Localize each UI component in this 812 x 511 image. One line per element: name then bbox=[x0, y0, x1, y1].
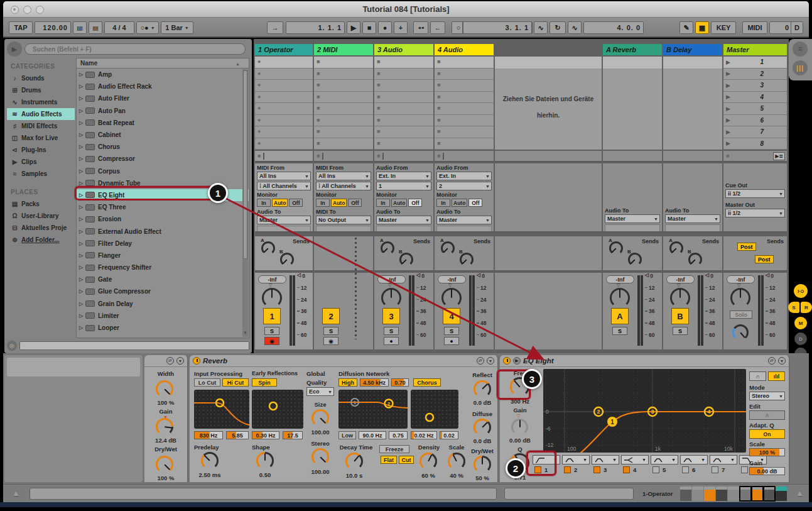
output-gain-value[interactable]: 0.00 dB bbox=[749, 467, 785, 475]
solo-button[interactable]: Solo bbox=[730, 310, 752, 319]
show-io-toggle[interactable]: I·O bbox=[794, 284, 808, 298]
output-type-menu[interactable]: Master▼ bbox=[257, 216, 311, 224]
clip-slot[interactable]: ■ bbox=[435, 80, 494, 92]
cut-toggle[interactable]: Cut bbox=[399, 456, 414, 464]
expand-icon[interactable]: ▷ bbox=[77, 180, 85, 186]
input-channel-menu[interactable]: ⁞ All Channels▼ bbox=[316, 182, 371, 190]
band-2-shape-menu[interactable]: ▼ bbox=[562, 455, 590, 464]
send-a-knob[interactable] bbox=[441, 241, 455, 255]
hot-swap-icon[interactable]: ⇄ bbox=[477, 357, 484, 365]
volume-knob[interactable] bbox=[441, 288, 462, 308]
show-mixer-toggle[interactable]: M bbox=[794, 317, 807, 329]
expand-icon[interactable]: ▷ bbox=[77, 253, 85, 258]
save-preset-icon[interactable]: ▼ bbox=[778, 357, 786, 365]
arrangement-view-toggle[interactable]: ≡ bbox=[793, 41, 808, 57]
quantization-menu[interactable]: 1 Bar▼ bbox=[161, 21, 193, 34]
input-channel-menu[interactable]: ⁞ All Channels▼ bbox=[257, 182, 311, 190]
tap-tempo-button[interactable]: TAP bbox=[9, 21, 33, 34]
monitor-in-button[interactable]: In bbox=[436, 199, 450, 207]
track-header[interactable]: Master bbox=[723, 44, 787, 55]
sidebar-item-midi-effects[interactable]: ♯MIDI Effects bbox=[7, 120, 75, 132]
early-reflections-display[interactable] bbox=[252, 390, 303, 429]
output-type-menu[interactable]: Master▼ bbox=[665, 214, 720, 223]
clip-slot[interactable]: ■ bbox=[314, 138, 373, 150]
eq-audition-button[interactable]: ∩ bbox=[749, 371, 766, 381]
expand-icon[interactable]: ▷ bbox=[77, 241, 85, 246]
expand-icon[interactable]: ▷ bbox=[77, 96, 85, 101]
scene-slot[interactable]: ▶4 bbox=[723, 92, 787, 104]
key-map-button[interactable]: KEY bbox=[711, 21, 736, 34]
automation-arm-button[interactable]: ∘• bbox=[413, 21, 428, 34]
scene-slot[interactable]: ▶5 bbox=[723, 103, 787, 115]
band-5-on-toggle[interactable] bbox=[652, 466, 659, 473]
follow-button[interactable]: → bbox=[267, 21, 283, 34]
scene-play-icon[interactable]: ▶ bbox=[726, 59, 730, 65]
sidebar-item-instruments[interactable]: ∿Instruments bbox=[7, 96, 75, 108]
save-preset-icon[interactable]: ▼ bbox=[176, 357, 184, 365]
punch-out-button[interactable]: ∿ bbox=[568, 21, 582, 34]
show-track-delay-toggle[interactable]: D bbox=[794, 332, 807, 345]
dn-filter-display[interactable]: 1 2 bbox=[338, 390, 408, 429]
expand-icon[interactable]: ▷ bbox=[77, 216, 85, 222]
clip-slot[interactable]: ■ bbox=[314, 57, 373, 69]
dry-wet-knob[interactable] bbox=[156, 456, 173, 473]
send-a-knob[interactable] bbox=[609, 241, 623, 255]
track-activator[interactable]: B bbox=[671, 308, 689, 324]
send-a-knob[interactable] bbox=[261, 241, 275, 255]
send-a-post-toggle[interactable]: Post bbox=[737, 243, 756, 251]
expand-icon[interactable]: ▷ bbox=[77, 156, 85, 162]
clip-slot[interactable]: ● bbox=[255, 92, 313, 104]
flat-toggle[interactable]: Flat bbox=[381, 456, 397, 464]
arm-button[interactable]: ◉ bbox=[323, 337, 338, 345]
volume-field[interactable]: -Inf bbox=[258, 275, 286, 283]
preview-icon[interactable]: ▶ bbox=[513, 357, 521, 365]
band-5-shape-menu[interactable]: ▼ bbox=[651, 455, 678, 464]
browser-item[interactable]: ▷Compressor bbox=[77, 153, 249, 165]
reenable-automation-button[interactable]: ← bbox=[430, 21, 445, 34]
chorus-amount-value[interactable]: 0.02 bbox=[440, 431, 458, 439]
spin-toggle[interactable]: Spin bbox=[252, 378, 277, 387]
reflect-level-knob[interactable] bbox=[474, 380, 491, 398]
dn-scale-knob[interactable] bbox=[448, 453, 465, 470]
arrangement-position-field[interactable]: 1. 1. 1 bbox=[286, 21, 345, 34]
clip-slot[interactable]: ● bbox=[255, 57, 313, 69]
hot-swap-icon[interactable]: ⇄ bbox=[768, 357, 776, 365]
device-chain-thumbnails[interactable] bbox=[680, 486, 787, 501]
solo-button[interactable]: S bbox=[612, 327, 627, 335]
send-b-knob[interactable] bbox=[399, 253, 413, 266]
volume-field[interactable]: -Inf bbox=[438, 275, 466, 283]
browser-item[interactable]: ▷Gate bbox=[77, 273, 249, 285]
monitor-auto-button[interactable]: Auto bbox=[331, 199, 347, 207]
expand-icon[interactable]: ▷ bbox=[77, 313, 85, 319]
scene-slot[interactable]: ▶7 bbox=[723, 126, 787, 138]
sidebar-item-max-for-live[interactable]: ◫Max for Live bbox=[7, 132, 75, 144]
clip-slot[interactable]: ■ bbox=[314, 92, 373, 104]
clip-slot[interactable]: ● bbox=[255, 80, 313, 92]
volume-field[interactable]: -Inf bbox=[606, 275, 634, 283]
ip-q-value[interactable]: 5.85 bbox=[226, 431, 249, 439]
chorus-rate-value[interactable]: 0.02 Hz bbox=[411, 431, 437, 439]
band-4-on-toggle[interactable] bbox=[623, 466, 630, 473]
browser-item[interactable]: ▷Audio Effect Rack bbox=[77, 80, 249, 92]
sidebar-item-aktuelles-proje[interactable]: ⊟Aktuelles Proje bbox=[7, 222, 75, 234]
browser-item[interactable]: ▷EQ Three bbox=[77, 201, 249, 213]
track-activator[interactable]: 4 bbox=[443, 308, 460, 324]
browser-item[interactable]: ▷Beat Repeat bbox=[77, 117, 249, 129]
band-7-shape-menu[interactable]: ▼ bbox=[710, 455, 737, 464]
spin-rate-value[interactable]: 0.30 Hz bbox=[252, 431, 279, 439]
send-a-knob[interactable] bbox=[381, 241, 394, 255]
band-3-on-toggle[interactable] bbox=[593, 466, 600, 473]
eq-curve-display[interactable]: 2 1 3 4 0 -6 -12 100 1k 10k bbox=[543, 369, 746, 453]
monitor-off-button[interactable]: Off bbox=[289, 199, 303, 207]
expand-icon[interactable]: ▷ bbox=[77, 229, 85, 234]
track-header[interactable]: B Delay bbox=[663, 44, 722, 55]
browser-item[interactable]: ▷External Audio Effect bbox=[77, 225, 249, 237]
loop-button[interactable]: ↻ bbox=[549, 21, 566, 34]
expand-icon[interactable]: ▷ bbox=[77, 277, 85, 282]
browser-item[interactable]: ▷Glue Compressor bbox=[77, 285, 249, 297]
density-knob[interactable] bbox=[420, 453, 437, 470]
sidebar-item-sounds[interactable]: ♪Sounds bbox=[7, 72, 75, 84]
dn-lo-q-value[interactable]: 0.75 bbox=[389, 431, 408, 439]
midi-map-button[interactable]: MIDI bbox=[742, 21, 767, 34]
stop-all-clips-button[interactable]: ▶≣ bbox=[773, 152, 785, 160]
